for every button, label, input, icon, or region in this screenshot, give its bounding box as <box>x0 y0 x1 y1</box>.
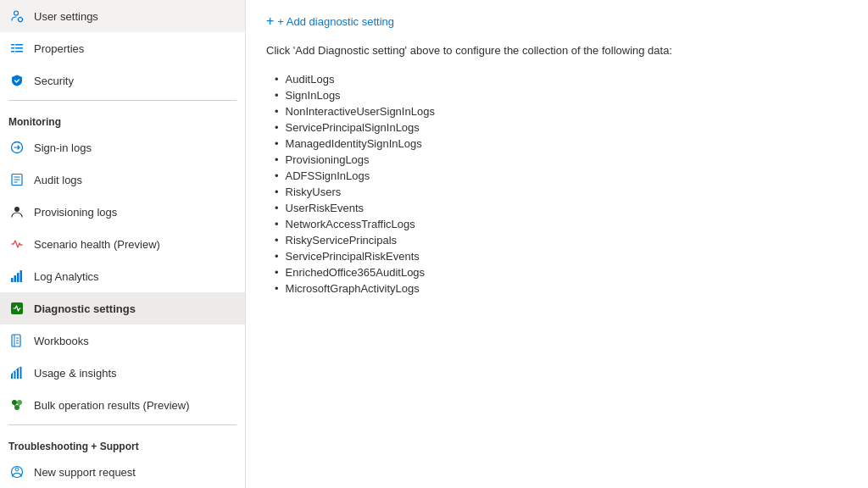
sidebar-item-new-support-request[interactable]: New support request <box>0 456 245 488</box>
insights-icon <box>8 364 25 381</box>
plus-icon: + <box>266 14 274 29</box>
sidebar-item-label: Audit logs <box>34 174 82 186</box>
list-item: ProvisioningLogs <box>275 152 848 168</box>
svg-rect-19 <box>14 275 17 282</box>
sidebar-item-usage-insights[interactable]: Usage & insights <box>0 357 245 389</box>
support-icon <box>8 463 25 480</box>
svg-rect-7 <box>11 47 14 49</box>
sidebar-item-security[interactable]: Security <box>0 64 245 97</box>
list-item: EnrichedOffice365AuditLogs <box>275 264 848 280</box>
sidebar-item-label: Bulk operation results (Preview) <box>34 399 190 412</box>
sidebar-item-label: Properties <box>34 42 84 55</box>
health-icon <box>8 236 25 252</box>
svg-rect-28 <box>14 371 16 379</box>
svg-rect-9 <box>15 44 23 46</box>
list-item: ServicePrincipalRiskEvents <box>275 248 848 264</box>
sidebar-item-user-settings[interactable]: User settings <box>0 0 245 32</box>
sidebar: User settings Properties Security Monito… <box>0 0 246 488</box>
sidebar-item-log-analytics[interactable]: Log Analytics <box>0 260 245 292</box>
svg-rect-6 <box>11 44 14 46</box>
sidebar-item-label: Log Analytics <box>34 270 99 283</box>
svg-rect-20 <box>17 273 19 282</box>
list-item: MicrosoftGraphActivityLogs <box>275 280 848 297</box>
sidebar-item-label: Usage & insights <box>34 367 117 380</box>
svg-rect-8 <box>11 51 14 53</box>
sidebar-item-label: Provisioning logs <box>34 206 117 219</box>
list-item: ADFSSignInLogs <box>275 168 848 184</box>
troubleshooting-divider <box>8 424 236 425</box>
svg-point-1 <box>19 18 23 22</box>
list-item: ManagedIdentitySignInLogs <box>275 136 848 152</box>
svg-rect-21 <box>20 270 23 282</box>
signin-icon <box>8 139 25 156</box>
sidebar-item-label: User settings <box>34 10 98 23</box>
svg-point-31 <box>12 400 17 405</box>
provisioning-icon <box>8 203 25 220</box>
sidebar-item-provisioning-logs[interactable]: Provisioning logs <box>0 196 245 228</box>
person-settings-icon <box>8 8 25 25</box>
add-diagnostic-link[interactable]: + + Add diagnostic setting <box>266 14 848 29</box>
diagnostic-icon <box>8 300 25 317</box>
monitoring-section-header: Monitoring <box>0 104 245 131</box>
svg-rect-27 <box>11 374 13 379</box>
list-item: NonInteractiveUserSignInLogs <box>275 103 848 119</box>
monitoring-divider <box>8 100 236 101</box>
svg-point-32 <box>17 400 22 405</box>
troubleshooting-section-header: Troubleshooting + Support <box>0 429 245 456</box>
list-item: RiskyServicePrincipals <box>275 232 848 248</box>
main-content: + + Add diagnostic setting Click 'Add Di… <box>246 0 868 488</box>
sidebar-item-label: Workbooks <box>34 335 89 347</box>
sidebar-item-label: Scenario health (Preview) <box>34 238 160 251</box>
analytics-icon <box>8 268 25 285</box>
description-text: Click 'Add Diagnostic setting' above to … <box>266 42 848 59</box>
sidebar-item-audit-logs[interactable]: Audit logs <box>0 164 245 196</box>
svg-point-17 <box>14 207 19 212</box>
sidebar-item-label: New support request <box>34 466 136 479</box>
list-item: RiskyUsers <box>275 184 848 200</box>
svg-rect-18 <box>11 278 14 282</box>
sidebar-item-label: Diagnostic settings <box>34 302 136 315</box>
sidebar-item-scenario-health[interactable]: Scenario health (Preview) <box>0 228 245 260</box>
sidebar-item-label: Security <box>34 75 74 87</box>
sidebar-item-workbooks[interactable]: Workbooks <box>0 324 245 357</box>
sidebar-item-diagnostic-settings[interactable]: Diagnostic settings <box>0 292 245 324</box>
list-item: AuditLogs <box>275 71 848 87</box>
add-diagnostic-link-label: + Add diagnostic setting <box>277 15 394 28</box>
list-item: UserRiskEvents <box>275 200 848 216</box>
sidebar-item-bulk-operation[interactable]: Bulk operation results (Preview) <box>0 389 245 421</box>
sidebar-item-label: Sign-in logs <box>34 141 92 154</box>
sidebar-item-properties[interactable]: Properties <box>0 32 245 64</box>
sidebar-item-sign-in-logs[interactable]: Sign-in logs <box>0 131 245 164</box>
svg-rect-29 <box>17 369 19 379</box>
svg-rect-30 <box>20 367 22 379</box>
svg-rect-10 <box>15 47 23 49</box>
properties-icon <box>8 40 25 57</box>
list-item: ServicePrincipalSignInLogs <box>275 119 848 136</box>
audit-icon <box>8 171 25 188</box>
log-list: AuditLogsSignInLogsNonInteractiveUserSig… <box>275 71 848 297</box>
svg-point-0 <box>14 11 19 15</box>
workbooks-icon <box>8 332 25 349</box>
shield-icon <box>8 72 25 89</box>
list-item: SignInLogs <box>275 87 848 103</box>
svg-rect-11 <box>15 51 23 53</box>
list-item: NetworkAccessTrafficLogs <box>275 216 848 232</box>
bulk-icon <box>8 396 25 413</box>
svg-point-35 <box>15 468 19 471</box>
